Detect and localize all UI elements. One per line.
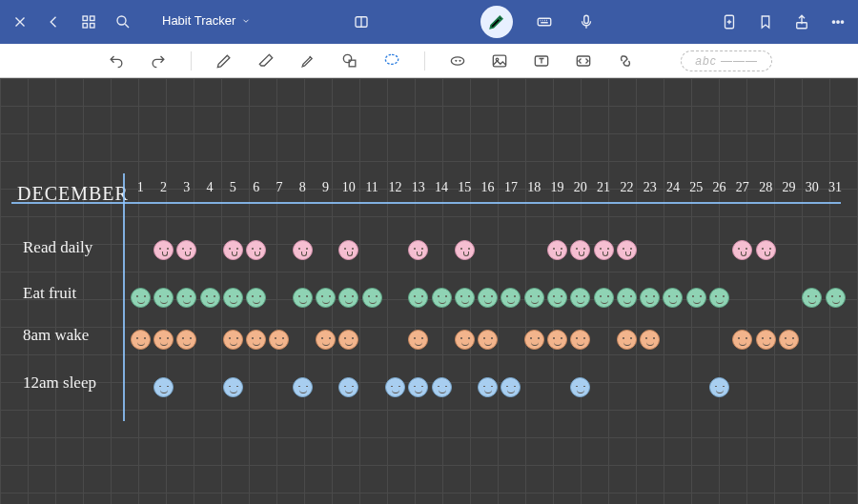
habit-cell[interactable] (707, 375, 730, 398)
habit-cell[interactable] (569, 238, 592, 261)
habit-sticker[interactable] (617, 288, 637, 308)
habit-sticker[interactable] (756, 240, 776, 260)
habit-cell[interactable] (545, 238, 568, 261)
habit-cell[interactable] (476, 328, 499, 351)
habit-cell[interactable] (592, 286, 615, 309)
habit-cell[interactable] (707, 328, 730, 351)
habit-sticker[interactable] (640, 288, 660, 308)
habit-cell[interactable] (221, 238, 244, 261)
more-icon[interactable] (827, 11, 848, 32)
habit-cell[interactable] (407, 328, 430, 351)
habit-sticker[interactable] (826, 288, 846, 308)
habit-cell[interactable] (383, 375, 406, 398)
habit-cell[interactable] (707, 238, 730, 261)
habit-sticker[interactable] (732, 240, 752, 260)
close-icon[interactable] (10, 11, 31, 32)
habit-cell[interactable] (522, 238, 545, 261)
habit-sticker[interactable] (176, 330, 196, 350)
habit-cell[interactable] (522, 375, 545, 398)
text-hint[interactable]: abc ——— (681, 50, 772, 71)
habit-cell[interactable] (129, 328, 152, 351)
habit-cell[interactable] (824, 375, 847, 398)
habit-cell[interactable] (662, 328, 684, 351)
habit-cell[interactable] (754, 238, 777, 261)
habit-sticker[interactable] (385, 377, 405, 397)
habit-cell[interactable] (198, 238, 221, 261)
habit-sticker[interactable] (223, 240, 243, 260)
habit-sticker[interactable] (223, 330, 243, 350)
habit-sticker[interactable] (594, 288, 614, 308)
habit-cell[interactable] (291, 328, 314, 351)
back-icon[interactable] (44, 11, 65, 32)
habit-sticker[interactable] (709, 377, 729, 397)
habit-sticker[interactable] (176, 240, 196, 260)
habit-cell[interactable] (615, 375, 638, 398)
habit-cell[interactable] (731, 328, 754, 351)
textbox-tool-icon[interactable] (530, 50, 553, 72)
habit-sticker[interactable] (478, 377, 498, 397)
habit-cell[interactable] (476, 375, 499, 398)
habit-sticker[interactable] (223, 377, 243, 397)
habit-cell[interactable] (569, 286, 592, 309)
add-page-icon[interactable] (719, 11, 740, 32)
habit-cell[interactable] (221, 328, 244, 351)
habit-sticker[interactable] (455, 330, 475, 350)
habit-cell[interactable] (684, 375, 707, 398)
split-view-icon[interactable] (351, 11, 372, 32)
habit-sticker[interactable] (293, 377, 313, 397)
habit-cell[interactable] (777, 328, 800, 351)
bookmark-icon[interactable] (755, 11, 776, 32)
share-icon[interactable] (791, 11, 812, 32)
image-tool-icon[interactable] (488, 50, 511, 72)
habit-cell[interactable] (569, 375, 592, 398)
habit-cell[interactable] (754, 286, 777, 309)
habit-sticker[interactable] (500, 288, 521, 308)
habit-sticker[interactable] (500, 377, 521, 397)
shape-tool-icon[interactable] (338, 50, 361, 72)
habit-cell[interactable] (824, 286, 847, 309)
habit-cell[interactable] (152, 286, 174, 309)
habit-sticker[interactable] (338, 330, 358, 350)
habit-cell[interactable] (360, 238, 383, 261)
habit-cell[interactable] (754, 375, 777, 398)
habit-cell[interactable] (684, 238, 707, 261)
habit-sticker[interactable] (246, 240, 266, 260)
habit-sticker[interactable] (338, 377, 358, 397)
habit-cell[interactable] (337, 238, 360, 261)
habit-cell[interactable] (268, 286, 291, 309)
habit-cell[interactable] (522, 328, 545, 351)
sticker-tool-icon[interactable] (446, 50, 469, 72)
habit-cell[interactable] (639, 375, 662, 398)
habit-cell[interactable] (244, 238, 267, 261)
habit-cell[interactable] (684, 286, 707, 309)
habit-sticker[interactable] (408, 240, 428, 260)
habit-sticker[interactable] (640, 330, 660, 350)
habit-cell[interactable] (244, 375, 267, 398)
habit-cell[interactable] (731, 286, 754, 309)
habit-cell[interactable] (430, 286, 453, 309)
document-title[interactable]: Habit Tracker (162, 13, 251, 28)
habit-sticker[interactable] (153, 377, 174, 397)
pen-tool-icon[interactable] (213, 50, 235, 72)
eraser-tool-icon[interactable] (255, 50, 277, 72)
habit-cell[interactable] (801, 328, 824, 351)
link-tool-icon[interactable] (614, 50, 637, 72)
habit-cell[interactable] (500, 328, 522, 351)
habit-cell[interactable] (545, 375, 568, 398)
habit-cell[interactable] (639, 328, 662, 351)
habit-sticker[interactable] (338, 288, 358, 308)
habit-cell[interactable] (291, 375, 314, 398)
habit-cell[interactable] (662, 238, 684, 261)
habit-cell[interactable] (407, 238, 430, 261)
habit-sticker[interactable] (246, 288, 266, 308)
habit-cell[interactable] (500, 238, 522, 261)
habit-sticker[interactable] (316, 330, 336, 350)
habit-cell[interactable] (615, 238, 638, 261)
habit-cell[interactable] (662, 286, 684, 309)
habit-cell[interactable] (430, 375, 453, 398)
habit-sticker[interactable] (594, 240, 614, 260)
habit-cell[interactable] (476, 286, 499, 309)
habit-cell[interactable] (291, 286, 314, 309)
habit-sticker[interactable] (570, 240, 590, 260)
habit-cell[interactable] (129, 375, 152, 398)
